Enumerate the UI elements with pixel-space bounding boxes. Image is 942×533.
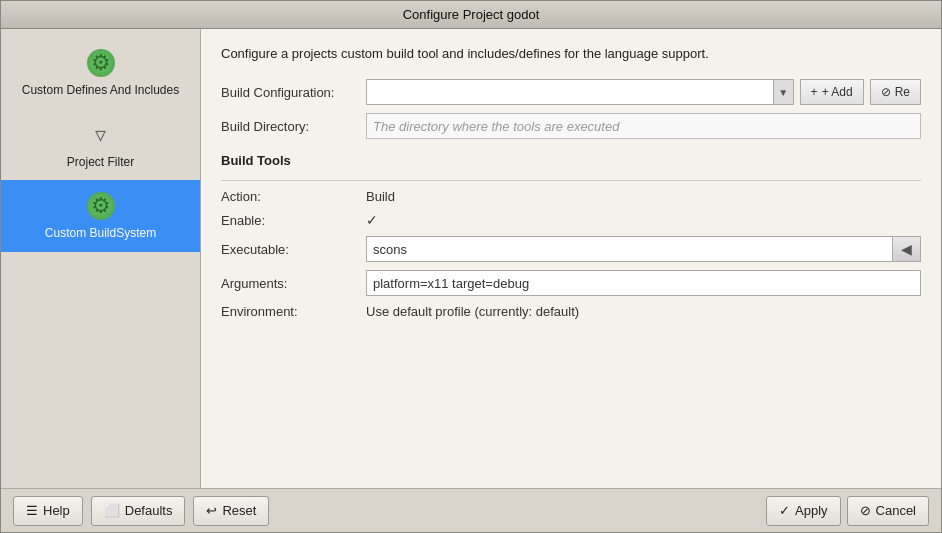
arguments-control <box>366 270 921 296</box>
content-area: Custom Defines And Includes ▿ Project Fi… <box>1 29 941 488</box>
build-configuration-select[interactable] <box>366 79 774 105</box>
reset-label: Reset <box>222 503 256 518</box>
build-directory-label: Build Directory: <box>221 119 366 134</box>
executable-row: Executable: ◀ <box>221 236 921 262</box>
combo-dropdown-arrow-icon: ▼ <box>774 79 794 105</box>
build-tools-header: Build Tools <box>221 153 921 170</box>
build-directory-input[interactable]: The directory where the tools are execut… <box>366 113 921 139</box>
remove-button-label: Re <box>895 85 910 99</box>
apply-icon: ✓ <box>779 503 790 518</box>
build-tools-divider <box>221 180 921 181</box>
arguments-label: Arguments: <box>221 276 366 291</box>
action-label: Action: <box>221 189 366 204</box>
window-title: Configure Project godot <box>403 7 540 22</box>
help-icon: ☰ <box>26 503 38 518</box>
executable-label: Executable: <box>221 242 366 257</box>
environment-row: Environment: Use default profile (curren… <box>221 304 921 319</box>
apply-button[interactable]: ✓ Apply <box>766 496 841 526</box>
add-icon: + <box>811 85 818 99</box>
apply-label: Apply <box>795 503 828 518</box>
bottom-right-buttons: ✓ Apply ⊘ Cancel <box>766 496 929 526</box>
action-row: Action: Build <box>221 189 921 204</box>
enable-checkmark[interactable]: ✓ <box>366 212 378 228</box>
sidebar-item-custom-defines[interactable]: Custom Defines And Includes <box>1 37 200 109</box>
cancel-icon: ⊘ <box>860 503 871 518</box>
environment-value: Use default profile (currently: default) <box>366 304 579 319</box>
description-text: Configure a projects custom build tool a… <box>221 45 921 63</box>
filter-icon: ▿ <box>85 119 117 151</box>
defaults-label: Defaults <box>125 503 173 518</box>
remove-button[interactable]: ⊘ Re <box>870 79 921 105</box>
reset-button[interactable]: ↩ Reset <box>193 496 269 526</box>
sidebar-item-custom-build-system[interactable]: Custom BuildSystem <box>1 180 200 252</box>
build-configuration-control: ▼ + + Add ⊘ Re <box>366 79 921 105</box>
executable-input-wrapper: ◀ <box>366 236 921 262</box>
help-label: Help <box>43 503 70 518</box>
executable-control: ◀ <box>366 236 921 262</box>
gear-active-icon <box>85 190 117 222</box>
add-button[interactable]: + + Add <box>800 79 864 105</box>
help-button[interactable]: ☰ Help <box>13 496 83 526</box>
action-value: Build <box>366 189 395 204</box>
main-panel: Configure a projects custom build tool a… <box>201 29 941 488</box>
environment-label: Environment: <box>221 304 366 319</box>
build-configuration-label: Build Configuration: <box>221 85 366 100</box>
executable-input[interactable] <box>366 236 893 262</box>
enable-row: Enable: ✓ <box>221 212 921 228</box>
bottom-bar: ☰ Help ⬜ Defaults ↩ Reset ✓ Apply ⊘ Canc… <box>1 488 941 532</box>
action-control: Build <box>366 189 921 204</box>
sidebar: Custom Defines And Includes ▿ Project Fi… <box>1 29 201 488</box>
defaults-button[interactable]: ⬜ Defaults <box>91 496 186 526</box>
reset-icon: ↩ <box>206 503 217 518</box>
arguments-row: Arguments: <box>221 270 921 296</box>
enable-control: ✓ <box>366 212 921 228</box>
sidebar-item-label-custom-defines: Custom Defines And Includes <box>22 83 179 99</box>
sidebar-item-label-project-filter: Project Filter <box>67 155 134 171</box>
gear-icon <box>85 47 117 79</box>
arguments-input[interactable] <box>366 270 921 296</box>
title-bar: Configure Project godot <box>1 1 941 29</box>
cancel-button[interactable]: ⊘ Cancel <box>847 496 929 526</box>
sidebar-item-label-custom-build: Custom BuildSystem <box>45 226 156 242</box>
defaults-icon: ⬜ <box>104 503 120 518</box>
configure-project-window: Configure Project godot Custom Defines A… <box>0 0 942 533</box>
bottom-left-buttons: ☰ Help ⬜ Defaults ↩ Reset <box>13 496 269 526</box>
build-configuration-row: Build Configuration: ▼ + + Add ⊘ Re <box>221 79 921 105</box>
build-directory-control: The directory where the tools are execut… <box>366 113 921 139</box>
build-directory-row: Build Directory: The directory where the… <box>221 113 921 139</box>
build-configuration-combo-wrapper: ▼ <box>366 79 794 105</box>
enable-label: Enable: <box>221 213 366 228</box>
executable-browse-icon[interactable]: ◀ <box>893 236 921 262</box>
environment-control: Use default profile (currently: default) <box>366 304 921 319</box>
remove-icon: ⊘ <box>881 85 891 99</box>
cancel-label: Cancel <box>876 503 916 518</box>
sidebar-item-project-filter[interactable]: ▿ Project Filter <box>1 109 200 181</box>
add-button-label: + Add <box>822 85 853 99</box>
